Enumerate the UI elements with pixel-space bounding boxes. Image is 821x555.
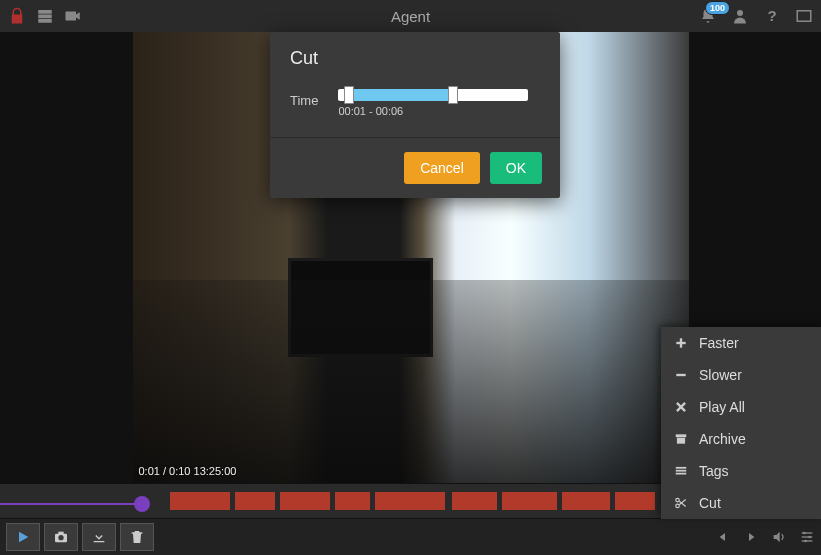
time-label: Time bbox=[290, 89, 318, 108]
ok-button[interactable]: OK bbox=[490, 152, 542, 184]
ctx-item-archive[interactable]: Archive bbox=[661, 423, 821, 455]
scissors-icon bbox=[673, 495, 689, 511]
list-icon bbox=[673, 463, 689, 479]
svg-rect-17 bbox=[676, 342, 685, 344]
fullscreen-icon[interactable] bbox=[795, 7, 813, 25]
x-icon bbox=[673, 399, 689, 415]
server-icon[interactable] bbox=[36, 7, 54, 25]
svg-rect-3 bbox=[66, 12, 77, 21]
ctx-label: Tags bbox=[699, 463, 729, 479]
range-handle-end[interactable] bbox=[448, 86, 458, 104]
download-button[interactable] bbox=[82, 523, 116, 551]
timeline-progress bbox=[0, 503, 140, 505]
timeline-motion-segment bbox=[615, 492, 655, 510]
ctx-item-slower[interactable]: Slower bbox=[661, 359, 821, 391]
svg-point-14 bbox=[808, 536, 811, 539]
ctx-label: Cut bbox=[699, 495, 721, 511]
cancel-button[interactable]: Cancel bbox=[404, 152, 480, 184]
svg-point-4 bbox=[737, 10, 743, 16]
svg-rect-24 bbox=[676, 470, 687, 472]
ctx-label: Faster bbox=[699, 335, 739, 351]
timeline-motion-segment bbox=[502, 492, 557, 510]
header-right: 100 ? bbox=[699, 7, 813, 25]
volume-icon[interactable] bbox=[771, 529, 787, 545]
timeline-motion-segment bbox=[335, 492, 370, 510]
ctx-item-faster[interactable]: Faster bbox=[661, 327, 821, 359]
svg-rect-21 bbox=[676, 434, 687, 437]
header-left bbox=[8, 7, 82, 25]
svg-rect-6 bbox=[797, 11, 811, 22]
notifications-icon[interactable]: 100 bbox=[699, 7, 717, 25]
app-title: Agent bbox=[0, 8, 821, 25]
svg-point-13 bbox=[803, 532, 806, 535]
lock-icon[interactable] bbox=[8, 7, 26, 25]
svg-rect-23 bbox=[676, 467, 687, 469]
notification-badge: 100 bbox=[705, 1, 730, 15]
timeline-playhead[interactable] bbox=[134, 496, 150, 512]
context-menu: Faster Slower Play All Archive Tags Cut bbox=[661, 327, 821, 519]
svg-rect-2 bbox=[38, 19, 52, 23]
ctx-item-playall[interactable]: Play All bbox=[661, 391, 821, 423]
timeline-motion-segment bbox=[280, 492, 330, 510]
camera-add-icon[interactable] bbox=[64, 7, 82, 25]
ctx-item-tags[interactable]: Tags bbox=[661, 455, 821, 487]
delete-button[interactable] bbox=[120, 523, 154, 551]
header-bar: Agent 100 ? bbox=[0, 0, 821, 32]
svg-rect-25 bbox=[676, 473, 687, 475]
user-icon[interactable] bbox=[731, 7, 749, 25]
plus-icon bbox=[673, 335, 689, 351]
cut-dialog: Cut Time 00:01 - 00:06 Cancel OK bbox=[270, 32, 560, 198]
svg-point-15 bbox=[804, 540, 807, 543]
time-range-value: 00:01 - 00:06 bbox=[338, 105, 540, 117]
ctx-item-cut[interactable]: Cut bbox=[661, 487, 821, 519]
settings-sliders-icon[interactable] bbox=[799, 529, 815, 545]
bottom-right bbox=[715, 529, 815, 545]
range-fill bbox=[348, 89, 452, 101]
svg-rect-9 bbox=[58, 532, 63, 535]
time-range-slider[interactable] bbox=[338, 89, 528, 101]
help-icon[interactable]: ? bbox=[763, 7, 781, 25]
svg-rect-22 bbox=[677, 438, 685, 444]
dialog-title: Cut bbox=[270, 32, 560, 79]
range-handle-start[interactable] bbox=[344, 86, 354, 104]
svg-rect-0 bbox=[38, 10, 52, 14]
bottom-bar bbox=[0, 519, 821, 555]
minus-icon bbox=[673, 367, 689, 383]
svg-rect-1 bbox=[38, 15, 52, 19]
time-slider-col: 00:01 - 00:06 bbox=[338, 89, 540, 117]
svg-point-26 bbox=[676, 498, 680, 502]
timeline-motion-segment bbox=[375, 492, 445, 510]
svg-text:?: ? bbox=[768, 7, 777, 24]
snapshot-button[interactable] bbox=[44, 523, 78, 551]
timeline-motion-segment bbox=[235, 492, 275, 510]
prev-icon[interactable] bbox=[715, 529, 731, 545]
play-button[interactable] bbox=[6, 523, 40, 551]
timeline-motion-segment bbox=[562, 492, 610, 510]
ctx-label: Play All bbox=[699, 399, 745, 415]
ctx-label: Slower bbox=[699, 367, 742, 383]
video-content bbox=[288, 258, 433, 357]
dialog-body: Time 00:01 - 00:06 bbox=[270, 79, 560, 138]
timeline-motion-segment bbox=[170, 492, 230, 510]
next-icon[interactable] bbox=[743, 529, 759, 545]
svg-point-8 bbox=[58, 535, 63, 540]
ctx-label: Archive bbox=[699, 431, 746, 447]
svg-point-27 bbox=[676, 504, 680, 508]
timestamp-overlay: 0:01 / 0:10 13:25:00 bbox=[139, 465, 237, 477]
timeline-motion-segment bbox=[452, 492, 497, 510]
dialog-footer: Cancel OK bbox=[270, 138, 560, 198]
svg-rect-18 bbox=[676, 374, 685, 376]
archive-icon bbox=[673, 431, 689, 447]
